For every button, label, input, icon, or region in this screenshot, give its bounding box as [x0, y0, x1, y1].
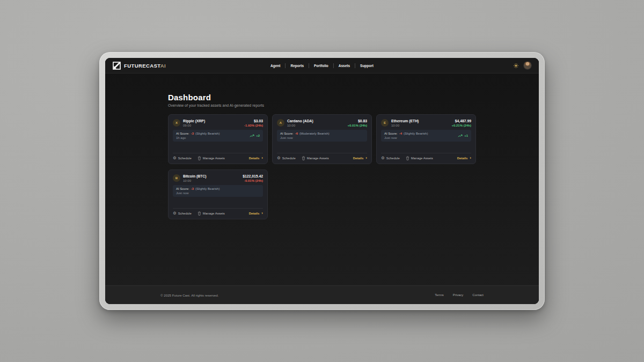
schedule-button[interactable]: ⚙ Schedule [381, 156, 400, 160]
ai-score-updated: 1h ago [176, 136, 219, 139]
gear-icon: ⚙ [173, 211, 177, 216]
ai-score-label: AI Score: [176, 187, 189, 190]
asset-card-header: X Ripple (XRP) 09:00 $3.03 -1.93% (24h) [173, 119, 263, 127]
nav-item-support[interactable]: Support [355, 63, 378, 68]
asset-card-header: E Ethereum (ETH) 10:00 $4,487.99 +0.21% … [381, 119, 471, 127]
user-avatar[interactable] [524, 62, 531, 69]
footer-link-terms[interactable]: Terms [435, 293, 443, 297]
app-footer: © 2025 Future Cast. All rights reserved.… [105, 285, 539, 304]
ai-score-panel: AI Score: -4 (Slightly Bearish) Just now… [381, 130, 471, 142]
asset-card-actions: ⚙ Schedule Manage Assets Details › [173, 153, 263, 160]
manage-assets-button[interactable]: Manage Assets [197, 211, 225, 216]
ai-score-sentiment: (Moderately Bearish) [299, 132, 330, 135]
trash-icon [302, 156, 305, 160]
chevron-right-icon: › [470, 156, 471, 160]
chevron-right-icon: › [365, 156, 367, 160]
theme-toggle-button[interactable] [514, 63, 518, 68]
chevron-right-icon: › [261, 211, 263, 216]
asset-change-24h: +0.01% (24h) [347, 124, 367, 127]
nav-item-portfolio[interactable]: Portfolio [309, 63, 334, 68]
main-nav: AgentReportsPortfolioAssetsSupport [220, 63, 424, 68]
asset-name: Ripple (XRP) [183, 119, 205, 123]
manage-assets-button[interactable]: Manage Assets [197, 156, 225, 160]
ai-score-sentiment: (Slightly Bearish) [195, 132, 219, 135]
details-button[interactable]: Details › [249, 156, 263, 160]
asset-time: 09:00 [183, 124, 205, 127]
asset-letter-icon: X [173, 119, 180, 127]
asset-price: $0.83 [358, 119, 367, 123]
app-screen: FUTURECASTAI AgentReportsPortfolioAssets… [105, 58, 539, 304]
brand[interactable]: FUTURECASTAI [113, 62, 220, 70]
footer-content: © 2025 Future Cast. All rights reserved.… [160, 293, 484, 297]
ai-score-value: -3 [191, 132, 194, 135]
schedule-button[interactable]: ⚙ Schedule [173, 156, 192, 160]
schedule-button[interactable]: ⚙ Schedule [277, 156, 296, 160]
ai-score-value: -6 [295, 132, 298, 135]
sun-icon [514, 63, 518, 68]
asset-price: $4,487.99 [455, 119, 471, 123]
content-container: Dashboard Overview of your tracked asset… [168, 73, 476, 219]
brand-name: FUTURECAST [124, 63, 160, 69]
gear-icon: ⚙ [381, 156, 385, 160]
asset-change-24h: +0.21% (24h) [451, 124, 471, 127]
trending-up-icon [250, 134, 254, 138]
brand-suffix: AI [160, 63, 166, 69]
nav-item-assets[interactable]: Assets [334, 63, 355, 68]
details-button[interactable]: Details › [249, 211, 263, 216]
details-button[interactable]: Details › [457, 156, 471, 160]
trend-badge: +1 [458, 134, 468, 138]
ai-score-panel: AI Score: -3 (Slightly Bearish) 1h ago +… [173, 130, 263, 142]
asset-card-header: A Cardano (ADA) 10:00 $0.83 +0.01% (24h) [277, 119, 367, 127]
asset-card-actions: ⚙ Schedule Manage Assets Details › [277, 153, 367, 160]
asset-change-24h: -1.93% (24h) [244, 124, 263, 127]
ai-score-sentiment: (Slightly Bearish) [404, 132, 428, 135]
page-title: Dashboard [168, 93, 476, 102]
header-actions [424, 62, 531, 69]
manage-assets-button[interactable]: Manage Assets [302, 156, 329, 160]
trending-up-icon [458, 134, 463, 138]
app-window: FUTURECASTAI AgentReportsPortfolioAssets… [99, 52, 545, 310]
trend-badge: +2 [250, 134, 260, 138]
copyright-text: © 2025 Future Cast. All rights reserved. [160, 293, 218, 297]
asset-time: 10:00 [391, 124, 419, 127]
trash-icon [197, 156, 201, 160]
manage-assets-button[interactable]: Manage Assets [406, 156, 433, 160]
nav-item-reports[interactable]: Reports [286, 63, 309, 68]
chevron-right-icon: › [261, 156, 263, 160]
ai-score-label: AI Score: [384, 132, 398, 135]
ai-score-updated: Just now [384, 136, 428, 139]
asset-card: X Ripple (XRP) 09:00 $3.03 -1.93% (24h) … [168, 114, 268, 164]
trash-icon [197, 211, 201, 216]
footer-link-contact[interactable]: Contact [472, 293, 484, 297]
asset-card-actions: ⚙ Schedule Manage Assets Details › [381, 153, 471, 160]
ai-score-label: AI Score: [280, 132, 294, 135]
asset-time: 10:00 [287, 124, 313, 127]
ai-score-value: -4 [399, 132, 402, 135]
asset-change-24h: -0.01% (24h) [244, 179, 263, 182]
ai-score-sentiment: (Slightly Bearish) [195, 187, 219, 190]
footer-link-privacy[interactable]: Privacy [453, 293, 464, 297]
trend-value: +2 [256, 134, 260, 137]
nav-item-agent[interactable]: Agent [266, 63, 286, 68]
asset-name: Cardano (ADA) [287, 119, 313, 123]
ai-score-value: -3 [191, 187, 194, 190]
page-subtitle: Overview of your tracked assets and AI-g… [168, 104, 476, 107]
asset-card: A Cardano (ADA) 10:00 $0.83 +0.01% (24h)… [272, 114, 372, 164]
asset-letter-icon: A [277, 119, 284, 127]
asset-price: $122,015.42 [243, 174, 263, 178]
ai-score-panel: AI Score: -6 (Moderately Bearish) Just n… [277, 130, 367, 142]
asset-price: $3.03 [254, 119, 263, 123]
schedule-button[interactable]: ⚙ Schedule [173, 211, 192, 216]
gear-icon: ⚙ [173, 156, 177, 160]
main-area: Dashboard Overview of your tracked asset… [105, 73, 539, 285]
ai-score-panel: AI Score: -3 (Slightly Bearish) Just now [173, 185, 263, 197]
app-header: FUTURECASTAI AgentReportsPortfolioAssets… [105, 58, 539, 73]
trend-value: +1 [464, 134, 468, 137]
asset-name: Bitcoin (BTC) [183, 174, 206, 178]
asset-cards-grid: X Ripple (XRP) 09:00 $3.03 -1.93% (24h) … [168, 114, 476, 219]
asset-card-actions: ⚙ Schedule Manage Assets Details › [173, 208, 263, 216]
details-button[interactable]: Details › [353, 156, 367, 160]
asset-letter-icon: B [173, 174, 180, 182]
gear-icon: ⚙ [277, 156, 281, 160]
asset-card: B Bitcoin (BTC) 10:00 $122,015.42 -0.01%… [168, 169, 268, 219]
